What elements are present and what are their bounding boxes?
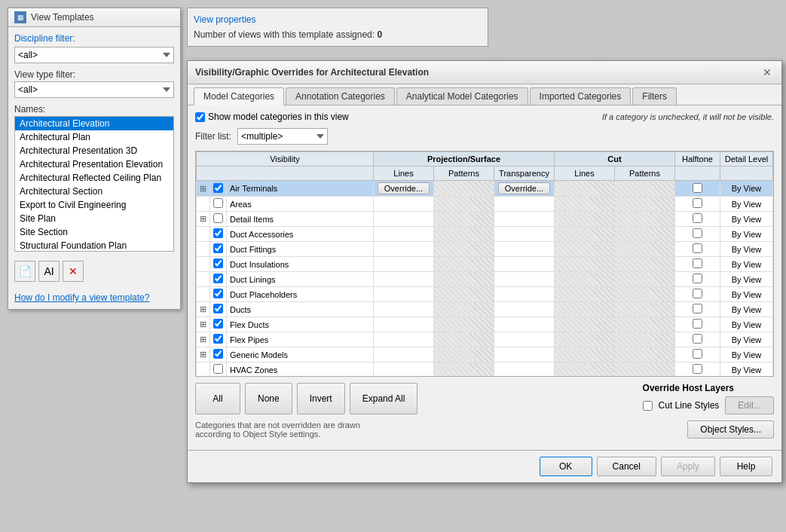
row-checkbox[interactable] <box>213 364 223 374</box>
row-checkbox[interactable] <box>213 183 223 193</box>
halftone-checkbox[interactable] <box>693 243 702 253</box>
detail-level-subheader <box>720 167 773 181</box>
row-checkbox-cell[interactable] <box>210 332 227 347</box>
names-list-item[interactable]: Site Plan <box>15 212 173 225</box>
expand-cell[interactable]: ⊞ <box>197 212 210 227</box>
all-button[interactable]: All <box>195 383 240 414</box>
row-checkbox-cell[interactable] <box>210 287 227 302</box>
halftone-cell[interactable] <box>675 317 720 332</box>
discipline-filter-dropdown[interactable]: <all> <box>14 47 174 63</box>
row-checkbox-cell[interactable] <box>210 362 227 378</box>
names-list-item[interactable]: Architectural Presentation Elevation <box>15 157 173 171</box>
tab-imported-categories[interactable]: Imported Categories <box>530 87 632 105</box>
row-checkbox-cell[interactable] <box>210 212 227 227</box>
edit-button[interactable]: Edit... <box>725 396 774 414</box>
halftone-checkbox[interactable] <box>693 319 702 329</box>
names-list-item[interactable]: Structural Foundation Plan <box>15 239 173 252</box>
halftone-cell[interactable] <box>675 362 720 378</box>
help-button[interactable]: Help <box>720 457 772 476</box>
new-template-button[interactable]: 📄 <box>14 261 35 282</box>
lines-cell[interactable]: Override... <box>374 181 434 197</box>
row-checkbox[interactable] <box>213 243 223 253</box>
row-checkbox-cell[interactable] <box>210 302 227 317</box>
view-type-filter-dropdown[interactable]: <all> <box>14 81 174 98</box>
halftone-cell[interactable] <box>675 257 720 272</box>
expand-cell <box>197 227 210 242</box>
cancel-button[interactable]: Cancel <box>597 457 656 476</box>
expand-cell[interactable]: ⊞ <box>197 332 210 347</box>
tab-model-categories[interactable]: Model Categories <box>194 87 284 105</box>
names-list-item[interactable]: Architectural Presentation 3D <box>15 144 173 157</box>
row-checkbox-cell[interactable] <box>210 347 227 362</box>
names-list-item[interactable]: Export to Civil Engineering <box>15 198 173 212</box>
row-checkbox[interactable] <box>213 349 223 359</box>
halftone-checkbox[interactable] <box>693 304 702 313</box>
halftone-checkbox[interactable] <box>693 213 702 223</box>
halftone-cell[interactable] <box>675 347 720 362</box>
help-link[interactable]: How do I modify a view template? <box>14 292 174 303</box>
halftone-cell[interactable] <box>675 332 720 347</box>
halftone-checkbox[interactable] <box>693 364 702 374</box>
cut-line-styles-checkbox[interactable] <box>643 401 653 411</box>
names-list-item[interactable]: Architectural Reflected Ceiling Plan <box>15 171 173 185</box>
row-checkbox[interactable] <box>213 258 223 268</box>
names-list-item[interactable]: Site Section <box>15 225 173 239</box>
tab-filters[interactable]: Filters <box>632 87 677 105</box>
expand-cell[interactable]: ⊞ <box>197 317 210 332</box>
tab-annotation-categories[interactable]: Annotation Categories <box>286 87 395 105</box>
row-checkbox[interactable] <box>213 319 223 329</box>
halftone-checkbox[interactable] <box>693 289 702 298</box>
halftone-cell[interactable] <box>675 197 720 212</box>
row-checkbox-cell[interactable] <box>210 257 227 272</box>
delete-template-button[interactable]: ✕ <box>63 261 84 282</box>
apply-button[interactable]: Apply <box>661 457 715 476</box>
row-checkbox-cell[interactable] <box>210 317 227 332</box>
expand-cell[interactable]: ⊞ <box>197 347 210 362</box>
halftone-checkbox[interactable] <box>693 334 702 344</box>
row-checkbox[interactable] <box>213 198 223 208</box>
halftone-checkbox[interactable] <box>693 349 702 359</box>
transparency-override-button[interactable]: Override... <box>498 182 550 194</box>
halftone-cell[interactable] <box>675 181 720 197</box>
none-button[interactable]: None <box>245 383 292 414</box>
invert-button[interactable]: Invert <box>297 383 345 414</box>
tab-analytical-model-categories[interactable]: Analytical Model Categories <box>396 87 528 105</box>
halftone-cell[interactable] <box>675 272 720 287</box>
halftone-checkbox[interactable] <box>693 258 702 268</box>
halftone-cell[interactable] <box>675 302 720 317</box>
row-checkbox[interactable] <box>213 274 223 283</box>
row-checkbox[interactable] <box>213 228 223 238</box>
row-checkbox-cell[interactable] <box>210 227 227 242</box>
row-checkbox[interactable] <box>213 334 223 344</box>
halftone-cell[interactable] <box>675 287 720 302</box>
halftone-checkbox[interactable] <box>693 228 702 238</box>
lines-cell <box>374 257 434 272</box>
row-checkbox-cell[interactable] <box>210 181 227 197</box>
dialog-close-button[interactable]: ✕ <box>760 66 774 79</box>
row-checkbox[interactable] <box>213 304 223 313</box>
row-checkbox-cell[interactable] <box>210 242 227 257</box>
show-model-categories-checkbox[interactable] <box>195 112 205 122</box>
duplicate-template-button[interactable]: AI <box>38 261 60 282</box>
halftone-cell[interactable] <box>675 212 720 227</box>
filter-list-dropdown[interactable]: <multiple> <box>237 128 328 145</box>
row-checkbox[interactable] <box>213 289 223 298</box>
expand-all-button[interactable]: Expand All <box>350 383 418 414</box>
row-checkbox-cell[interactable] <box>210 197 227 212</box>
expand-cell[interactable]: ⊞ <box>197 181 210 197</box>
ok-button[interactable]: OK <box>540 457 592 476</box>
names-list-item[interactable]: Architectural Elevation <box>15 117 173 130</box>
halftone-cell[interactable] <box>675 227 720 242</box>
names-list-item[interactable]: Architectural Section <box>15 185 173 198</box>
halftone-checkbox[interactable] <box>693 274 702 283</box>
lines-override-button[interactable]: Override... <box>378 182 430 194</box>
expand-cell[interactable]: ⊞ <box>197 302 210 317</box>
row-checkbox[interactable] <box>213 213 223 223</box>
halftone-checkbox[interactable] <box>693 198 702 208</box>
row-checkbox-cell[interactable] <box>210 272 227 287</box>
halftone-checkbox[interactable] <box>693 183 702 193</box>
object-styles-button[interactable]: Object Styles... <box>687 420 774 439</box>
transparency-cell[interactable]: Override... <box>494 181 555 197</box>
names-list-item[interactable]: Architectural Plan <box>15 130 173 144</box>
halftone-cell[interactable] <box>675 242 720 257</box>
